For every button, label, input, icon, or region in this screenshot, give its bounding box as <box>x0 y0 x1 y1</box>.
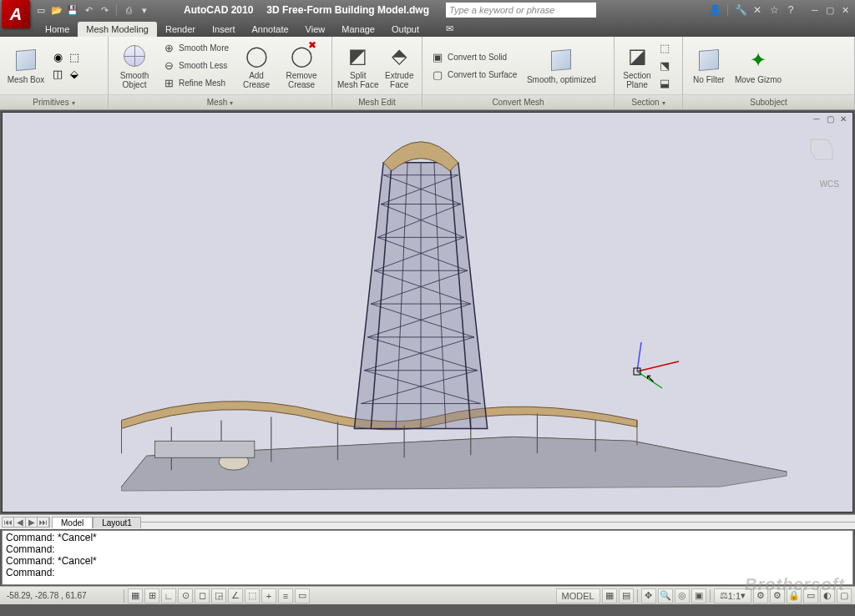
remove-crease-icon: ◯✖ <box>288 43 315 69</box>
revolve-surface-icon[interactable]: ◉ <box>50 50 65 65</box>
extrude-face-button[interactable]: ⬘ Extrude Face <box>382 40 417 92</box>
lwt-icon[interactable]: ≡ <box>278 588 293 603</box>
pan-icon[interactable]: ✥ <box>641 588 656 603</box>
zoom-icon[interactable]: 🔍 <box>658 588 673 603</box>
building-model[interactable] <box>3 113 852 512</box>
tab-annotate[interactable]: Annotate <box>244 22 297 37</box>
move-gizmo-icon: ✦ <box>745 47 772 73</box>
remove-crease-button[interactable]: ◯✖ Remove Crease <box>281 40 322 92</box>
model-tab[interactable]: Model <box>52 517 93 528</box>
tab-output[interactable]: Output <box>383 22 428 37</box>
section-jog-icon[interactable]: ⬔ <box>658 58 671 74</box>
steeringwheel-icon[interactable]: ◎ <box>675 588 690 603</box>
remove-crease-label: Remove Crease <box>286 71 316 89</box>
3dosnap-icon[interactable]: ◲ <box>211 588 226 603</box>
status-bar: -58.29, -26.78 , 61.67 ▦ ⊞ ∟ ⊙ ◻ ◲ ∠ ⬚ +… <box>0 586 855 604</box>
layout1-tab[interactable]: Layout1 <box>93 517 141 528</box>
panel-title-section[interactable]: Section <box>615 94 682 109</box>
tab-render[interactable]: Render <box>157 22 204 37</box>
tab-view[interactable]: View <box>297 22 334 37</box>
snap-icon[interactable]: ▦ <box>128 588 143 603</box>
split-mesh-label: Split Mesh Face <box>337 71 378 89</box>
command-window[interactable]: Command: *Cancel* Command: Command: *Can… <box>2 530 853 585</box>
model-space-button[interactable]: MODEL <box>556 588 600 603</box>
last-tab-icon[interactable]: ⏭ <box>38 518 49 527</box>
next-tab-icon[interactable]: ▶ <box>26 518 38 527</box>
ducs-icon[interactable]: ⬚ <box>245 588 260 603</box>
viewport-wrap: ─ ▢ ✕ WCS <box>0 110 855 514</box>
minimize-icon[interactable]: ─ <box>808 4 822 16</box>
smooth-more-button[interactable]: ⊕Smooth More <box>159 40 232 57</box>
infocenter-icon[interactable]: 👤 <box>709 4 721 16</box>
mesh-box-label: Mesh Box <box>8 75 44 84</box>
tabulated-surface-icon[interactable]: ⬙ <box>67 67 82 82</box>
edge-surface-icon[interactable]: ◫ <box>50 67 65 82</box>
coords-readout: -58.29, -26.78 , 61.67 <box>3 591 120 600</box>
no-filter-button[interactable]: No Filter <box>688 40 730 92</box>
refine-mesh-button[interactable]: ⊞Refine Mesh <box>159 75 232 92</box>
title-labels: AutoCAD 2010 3D Free-Form Building Model… <box>184 4 429 16</box>
sphere-icon <box>124 45 145 67</box>
mail-icon[interactable]: ✉ <box>438 21 462 37</box>
open-icon[interactable]: 📂 <box>51 4 63 16</box>
panel-title-primitives[interactable]: Primitives <box>0 94 108 109</box>
smooth-more-icon: ⊕ <box>162 42 175 55</box>
help-icon[interactable]: ? <box>785 4 797 16</box>
favorite-icon[interactable]: ☆ <box>768 4 780 16</box>
convert-to-solid-button[interactable]: ▣Convert to Solid <box>428 48 520 65</box>
panel-title-mesh-edit: Mesh Edit <box>332 94 422 109</box>
to-surface-icon: ▢ <box>431 68 444 81</box>
quickview-drawings-icon[interactable]: ▤ <box>619 588 634 603</box>
watermark: Brothersoft <box>745 575 845 594</box>
add-crease-button[interactable]: ◯ Add Crease <box>235 40 277 92</box>
extrude-face-label: Extrude Face <box>385 71 413 89</box>
panel-title-mesh[interactable]: Mesh <box>109 94 331 109</box>
dyn-icon[interactable]: + <box>261 588 276 603</box>
smooth-less-button[interactable]: ⊖Smooth Less <box>159 58 232 74</box>
panel-subobject: No Filter ✦ Move Gizmo Subobject <box>683 37 855 109</box>
qat-drop-icon[interactable]: ▾ <box>139 4 150 16</box>
quickview-layouts-icon[interactable]: ▦ <box>602 588 617 603</box>
grid-icon[interactable]: ⊞ <box>144 588 159 603</box>
tab-home[interactable]: Home <box>37 22 78 37</box>
search-input[interactable]: Type a keyword or phrase <box>446 3 596 18</box>
cmd-line: Command: <box>6 567 849 578</box>
showmotion-icon[interactable]: ▣ <box>691 588 706 603</box>
otrack-icon[interactable]: ∠ <box>228 588 243 603</box>
move-gizmo-button[interactable]: ✦ Move Gizmo <box>733 40 783 92</box>
qp-icon[interactable]: ▭ <box>295 588 310 603</box>
tab-manage[interactable]: Manage <box>333 22 383 37</box>
split-mesh-face-button[interactable]: ◩ Split Mesh Face <box>337 40 378 92</box>
save-icon[interactable]: 💾 <box>67 4 78 16</box>
maximize-icon[interactable]: ▢ <box>823 4 837 16</box>
new-icon[interactable]: ▭ <box>35 4 47 16</box>
redo-icon[interactable]: ↷ <box>99 4 110 16</box>
first-tab-icon[interactable]: ⏮ <box>3 518 14 527</box>
ruled-surface-icon[interactable]: ⬚ <box>67 50 82 65</box>
smooth-object-button[interactable]: Smooth Object <box>114 40 155 92</box>
app-name: AutoCAD 2010 <box>184 4 253 16</box>
viewport[interactable]: ─ ▢ ✕ WCS <box>2 112 853 512</box>
app-logo[interactable]: A <box>2 0 30 28</box>
print-icon[interactable]: ⎙ <box>123 4 134 16</box>
cube-icon <box>16 49 36 71</box>
ortho-icon[interactable]: ∟ <box>161 588 176 603</box>
tab-mesh-modeling[interactable]: Mesh Modeling <box>78 22 157 37</box>
mesh-box-button[interactable]: Mesh Box <box>5 40 47 92</box>
osnap-icon[interactable]: ◻ <box>195 588 210 603</box>
cursor-3d: ↖ <box>637 346 704 398</box>
smooth-optimized-button[interactable]: Smooth, optimized <box>524 40 599 92</box>
undo-icon[interactable]: ↶ <box>83 4 94 16</box>
sign-in-icon[interactable]: ✕ <box>751 4 763 16</box>
generate-section-icon[interactable]: ⬓ <box>658 75 671 92</box>
close-icon[interactable]: ✕ <box>838 4 852 16</box>
add-crease-label: Add Crease <box>243 71 270 89</box>
tab-insert[interactable]: Insert <box>204 22 244 37</box>
prev-tab-icon[interactable]: ◀ <box>14 518 26 527</box>
cmd-line: Command: *Cancel* <box>6 555 849 567</box>
polar-icon[interactable]: ⊙ <box>178 588 193 603</box>
key-icon[interactable]: 🔧 <box>735 4 746 16</box>
convert-to-surface-button[interactable]: ▢Convert to Surface <box>428 66 520 83</box>
section-plane-button[interactable]: ◪ Section Plane <box>620 40 655 92</box>
live-section-icon[interactable]: ⬚ <box>658 40 671 57</box>
